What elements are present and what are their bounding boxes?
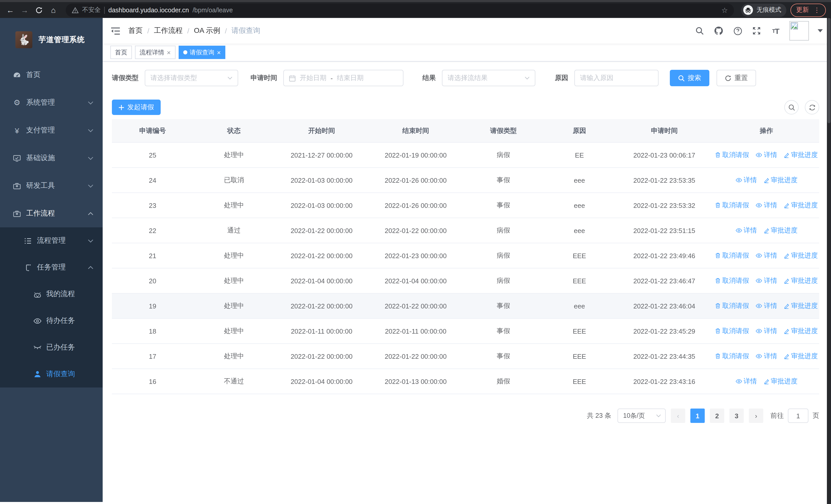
detail-link[interactable]: 详情 [756, 301, 777, 310]
toggle-search-button[interactable] [784, 100, 799, 114]
sidebar-item-todo-tasks[interactable]: 待办任务 [0, 307, 103, 334]
table-cell: 2022-01-22 00:00:00 [369, 352, 463, 360]
detail-link[interactable]: 详情 [756, 150, 777, 159]
approval-progress-link[interactable]: 审批进度 [764, 226, 798, 235]
breadcrumb-item[interactable]: OA 示例 [194, 26, 221, 35]
table-cell: 2021-12-27 00:00:00 [275, 151, 369, 159]
apply-time-range-picker[interactable]: 开始日期 - 结束日期 [283, 70, 403, 86]
app-title: 芋道管理系统 [38, 35, 85, 45]
approval-progress-link[interactable]: 审批进度 [764, 377, 798, 386]
table-toolbar: 发起请假 [112, 99, 819, 115]
user-menu-caret-icon[interactable] [818, 29, 823, 32]
view-icon [756, 253, 763, 258]
cancel-leave-link[interactable]: 取消请假 [715, 301, 749, 310]
sidebar-item-infra[interactable]: 基础设施 [0, 144, 103, 172]
search-icon[interactable] [694, 26, 705, 36]
sidebar-item-devtools[interactable]: 研发工具 [0, 172, 103, 200]
table-cell: 处理中 [193, 150, 275, 159]
detail-link[interactable]: 详情 [736, 377, 757, 386]
sidebar-fold-icon[interactable] [111, 27, 120, 35]
cancel-leave-link[interactable]: 取消请假 [715, 201, 749, 210]
next-page-button[interactable]: › [749, 409, 763, 423]
list-icon [24, 236, 32, 245]
detail-link[interactable]: 详情 [756, 251, 777, 260]
detail-link[interactable]: 详情 [736, 176, 757, 185]
approval-progress-link[interactable]: 审批进度 [784, 150, 818, 159]
approval-progress-link[interactable]: 审批进度 [784, 301, 818, 310]
date-start-placeholder: 开始日期 [300, 73, 326, 83]
detail-link[interactable]: 详情 [756, 352, 777, 361]
approval-progress-link[interactable]: 审批进度 [784, 276, 818, 285]
bookmark-star-icon[interactable]: ☆ [721, 6, 728, 14]
address-bar[interactable]: 不安全 dashboard.yudao.iocoder.cn/bpm/oa/le… [66, 3, 734, 17]
scrollbar-thumb[interactable] [827, 18, 830, 123]
page-scrollbar[interactable] [827, 18, 831, 504]
search-button[interactable]: 搜索 [670, 70, 709, 86]
reset-button[interactable]: 重置 [717, 70, 756, 86]
table-cell: EE [544, 151, 615, 159]
close-icon[interactable]: × [217, 49, 221, 56]
page-numbers: 123 [690, 409, 744, 423]
leave-type-select[interactable]: 请选择请假类型 [145, 70, 238, 86]
approval-progress-link[interactable]: 审批进度 [784, 251, 818, 260]
goto-page-input[interactable]: 1 [788, 409, 808, 423]
detail-link[interactable]: 详情 [756, 326, 777, 336]
breadcrumb-item[interactable]: 工作流程 [154, 26, 183, 35]
close-icon[interactable]: × [167, 49, 171, 56]
tab-leave-query[interactable]: 请假查询 × [178, 46, 225, 59]
sidebar-item-process-mgmt[interactable]: 流程管理 [0, 227, 103, 254]
tab-process-detail[interactable]: 流程详情 × [135, 46, 175, 59]
detail-link[interactable]: 详情 [756, 276, 777, 285]
approval-progress-link[interactable]: 审批进度 [784, 326, 818, 336]
detail-link[interactable]: 详情 [736, 226, 757, 235]
prev-page-button[interactable]: ‹ [671, 409, 685, 423]
cancel-leave-link[interactable]: 取消请假 [715, 251, 749, 260]
page-number-button[interactable]: 2 [710, 409, 724, 423]
sidebar-item-home[interactable]: 首页 [0, 61, 103, 89]
eye-icon [33, 317, 41, 325]
page-number-button[interactable]: 3 [729, 409, 744, 423]
sidebar-item-system[interactable]: ⚙ 系统管理 [0, 89, 103, 117]
cancel-leave-link[interactable]: 取消请假 [715, 276, 749, 285]
browser-update-button[interactable]: 更新 ⋮ [791, 3, 826, 17]
browser-back-button[interactable]: ← [5, 5, 16, 15]
reason-input[interactable]: 请输入原因 [574, 70, 659, 86]
sidebar-item-payment[interactable]: ¥ 支付管理 [0, 117, 103, 144]
sidebar-item-leave-query[interactable]: 请假查询 [0, 361, 103, 387]
sidebar-item-task-mgmt[interactable]: 任务管理 [0, 254, 103, 281]
sidebar-item-done-tasks[interactable]: 已办任务 [0, 334, 103, 361]
browser-forward-button[interactable]: → [20, 5, 30, 15]
help-icon[interactable] [733, 26, 743, 36]
breadcrumb-item[interactable]: 首页 [128, 26, 143, 35]
font-size-icon[interactable]: TT [770, 26, 781, 36]
cancel-leave-link[interactable]: 取消请假 [715, 352, 749, 361]
browser-reload-button[interactable] [34, 5, 44, 15]
refresh-table-button[interactable] [805, 100, 819, 114]
table-cell: 已取消 [193, 176, 275, 185]
chevron-up-icon [88, 212, 93, 215]
avatar[interactable] [790, 21, 809, 40]
create-leave-button[interactable]: 发起请假 [112, 99, 161, 115]
page-number-button[interactable]: 1 [690, 409, 705, 423]
trash-icon [715, 152, 721, 158]
detail-link[interactable]: 详情 [756, 201, 777, 210]
sidebar-item-label: 已办任务 [46, 343, 93, 352]
main-panel: 首页 / 工作流程 / OA 示例 / 请假查询 [103, 18, 831, 502]
table-body: 25处理中2021-12-27 00:00:002022-01-19 00:00… [112, 143, 819, 394]
page-size-select[interactable]: 10条/页 [618, 409, 666, 423]
fullscreen-icon[interactable] [751, 26, 762, 36]
cancel-leave-link[interactable]: 取消请假 [715, 326, 749, 336]
approval-progress-link[interactable]: 审批进度 [784, 201, 818, 210]
approval-progress-link[interactable]: 审批进度 [764, 176, 798, 185]
sidebar-item-my-process[interactable]: 我的流程 [0, 281, 103, 307]
browser-menu-icon[interactable]: ⋮ [813, 6, 820, 14]
github-icon[interactable] [713, 26, 724, 36]
table-cell: 婚假 [463, 377, 544, 386]
tab-home[interactable]: 首页 [110, 46, 132, 59]
sidebar-item-workflow[interactable]: 工作流程 [0, 200, 103, 227]
cancel-leave-link[interactable]: 取消请假 [715, 150, 749, 159]
result-select[interactable]: 请选择流结果 [442, 70, 535, 86]
approval-progress-link[interactable]: 审批进度 [784, 352, 818, 361]
browser-home-button[interactable]: ⌂ [48, 5, 58, 15]
sidebar: 🐇 芋道管理系统 首页 ⚙ 系统管理 ¥ 支付管理 [0, 18, 103, 502]
